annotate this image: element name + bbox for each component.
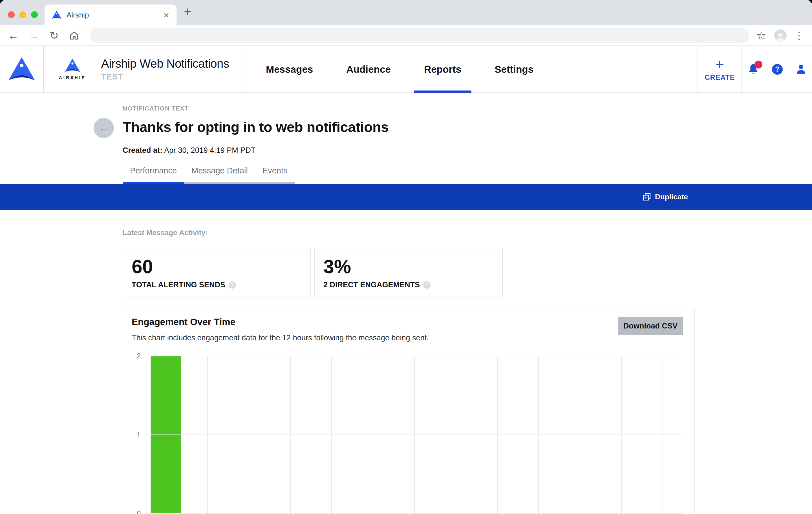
- back-button[interactable]: ←: [94, 118, 114, 138]
- report-tabs: Performance Message Detail Events: [123, 166, 295, 184]
- notifications-button[interactable]: [747, 63, 759, 76]
- browser-profile-avatar[interactable]: [774, 29, 787, 42]
- horizontal-gridline: [145, 434, 683, 435]
- y-tick-label: 2: [137, 352, 141, 360]
- project-info[interactable]: AIRSHIP Airship Web Notifications TEST: [44, 46, 242, 92]
- browser-window: Airship × + ← → ↻ ☆ ⋮: [0, 0, 812, 514]
- download-csv-button[interactable]: Download CSV: [618, 317, 683, 335]
- main-nav: Messages Audience Reports Settings: [242, 46, 698, 92]
- bookmark-star-icon[interactable]: ☆: [756, 30, 766, 41]
- close-window-button[interactable]: [8, 11, 14, 18]
- y-tick-label: 1: [137, 431, 141, 439]
- nav-messages-label: Messages: [266, 64, 313, 75]
- new-tab-icon[interactable]: +: [184, 5, 192, 18]
- notification-text-label: NOTIFICATION TEXT: [123, 105, 812, 112]
- airship-logo-icon: [8, 57, 35, 82]
- plus-icon: +: [716, 57, 724, 72]
- nav-audience-label: Audience: [346, 64, 391, 75]
- action-bar: Duplicate: [0, 184, 812, 210]
- account-button[interactable]: [795, 63, 807, 75]
- duplicate-icon: [642, 193, 651, 201]
- back-icon[interactable]: ←: [8, 30, 19, 41]
- engagements-value: 3%: [323, 257, 502, 276]
- metric-card-sends: 60 TOTAL ALERTING SENDS ?: [123, 248, 311, 297]
- nav-settings-label: Settings: [495, 64, 533, 75]
- reload-icon[interactable]: ↻: [50, 30, 59, 41]
- activity-heading: Latest Message Activity:: [123, 210, 695, 237]
- airship-favicon-icon: [52, 10, 61, 20]
- airship-mini-logo-icon: [64, 59, 80, 73]
- window-controls[interactable]: [8, 11, 38, 18]
- tab-performance[interactable]: Performance: [123, 166, 184, 184]
- zoom-window-button[interactable]: [31, 11, 38, 18]
- chart-title: Engagement Over Time: [132, 317, 429, 327]
- nav-audience[interactable]: Audience: [346, 46, 391, 92]
- tab-title: Airship: [66, 11, 89, 20]
- created-at: Created at: Apr 30, 2019 4:19 PM PDT: [123, 146, 812, 155]
- message-title: Thanks for opting in to web notification…: [123, 119, 812, 135]
- home-icon[interactable]: [69, 30, 80, 41]
- duplicate-button[interactable]: Duplicate: [642, 193, 688, 201]
- message-header-section: ← NOTIFICATION TEXT Thanks for opting in…: [0, 93, 812, 184]
- address-bar[interactable]: [90, 28, 749, 43]
- airship-logo[interactable]: [0, 46, 44, 92]
- sends-label: TOTAL ALERTING SENDS: [132, 281, 225, 289]
- notification-badge: [754, 61, 762, 68]
- project-title: Airship Web Notifications: [101, 57, 229, 70]
- engagement-chart-card: Engagement Over Time This chart includes…: [123, 308, 695, 514]
- engagements-label: 2 DIRECT ENGAGEMENTS: [323, 281, 420, 289]
- browser-menu-icon[interactable]: ⋮: [794, 30, 804, 40]
- question-icon: ?: [775, 65, 780, 74]
- engagements-help-icon[interactable]: ?: [423, 281, 431, 289]
- close-tab-icon[interactable]: ×: [164, 10, 169, 20]
- create-label: CREATE: [705, 73, 735, 82]
- horizontal-gridline: [145, 356, 683, 356]
- nav-settings[interactable]: Settings: [495, 46, 533, 92]
- report-content: Latest Message Activity: 60 TOTAL ALERTI…: [0, 210, 812, 514]
- forward-icon[interactable]: →: [29, 30, 39, 41]
- y-axis-labels: 012: [132, 356, 145, 513]
- created-at-label: Created at:: [123, 146, 163, 154]
- header-utility-icons: ?: [742, 46, 812, 92]
- back-arrow-icon: ←: [99, 123, 109, 133]
- browser-toolbar: ← → ↻ ☆ ⋮: [0, 25, 812, 46]
- app-header: AIRSHIP Airship Web Notifications TEST M…: [0, 46, 812, 93]
- engagement-chart: 012: [132, 356, 683, 513]
- create-button[interactable]: + CREATE: [698, 46, 742, 92]
- y-tick-label: 0: [137, 510, 141, 514]
- metric-cards: 60 TOTAL ALERTING SENDS ? 3% 2 DIRECT EN…: [123, 248, 695, 297]
- active-nav-underline: [414, 90, 471, 93]
- browser-tab[interactable]: Airship ×: [45, 4, 176, 25]
- tab-events[interactable]: Events: [255, 166, 295, 182]
- nav-reports[interactable]: Reports: [424, 46, 461, 92]
- project-brand: AIRSHIP: [59, 59, 86, 80]
- sends-help-icon[interactable]: ?: [229, 281, 236, 289]
- avatar-silhouette-icon: [774, 30, 787, 42]
- minimize-window-button[interactable]: [20, 11, 26, 18]
- help-button[interactable]: ?: [772, 64, 783, 75]
- nav-messages[interactable]: Messages: [266, 46, 313, 92]
- tab-message-detail[interactable]: Message Detail: [184, 166, 255, 182]
- created-at-value: Apr 30, 2019 4:19 PM PDT: [164, 146, 256, 154]
- sends-value: 60: [132, 257, 311, 276]
- chart-plot-area: [145, 356, 683, 513]
- browser-tab-strip: Airship × +: [0, 0, 812, 25]
- chart-subtitle: This chart includes engagement data for …: [132, 334, 429, 342]
- nav-reports-label: Reports: [424, 64, 461, 75]
- environment-badge: TEST: [101, 72, 229, 82]
- metric-card-engagements: 3% 2 DIRECT ENGAGEMENTS ?: [314, 248, 503, 297]
- duplicate-label: Duplicate: [655, 193, 688, 201]
- brand-word: AIRSHIP: [59, 75, 86, 80]
